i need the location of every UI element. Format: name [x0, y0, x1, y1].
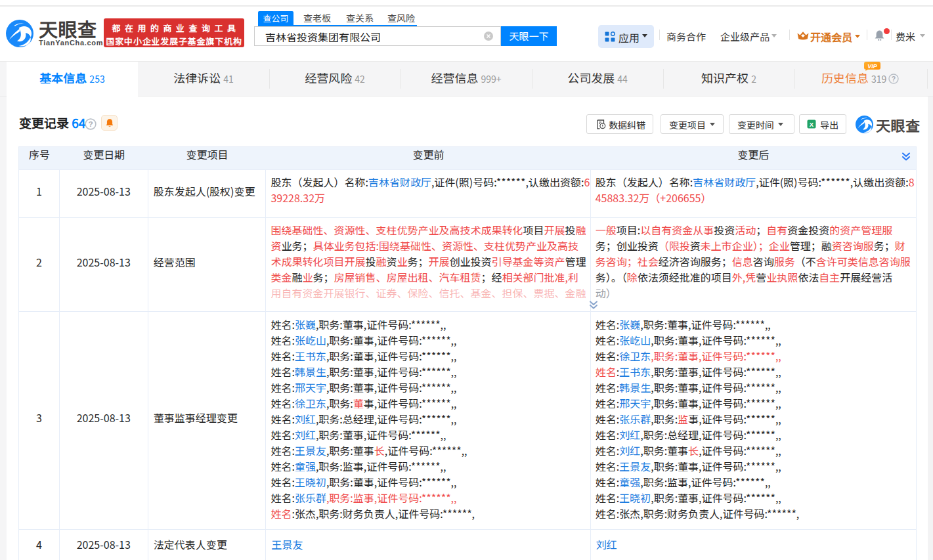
svg-text:VIP: VIP [867, 63, 878, 70]
svg-text:X: X [810, 121, 814, 128]
svg-text:?: ? [88, 119, 93, 129]
svg-text:?: ? [892, 75, 896, 83]
